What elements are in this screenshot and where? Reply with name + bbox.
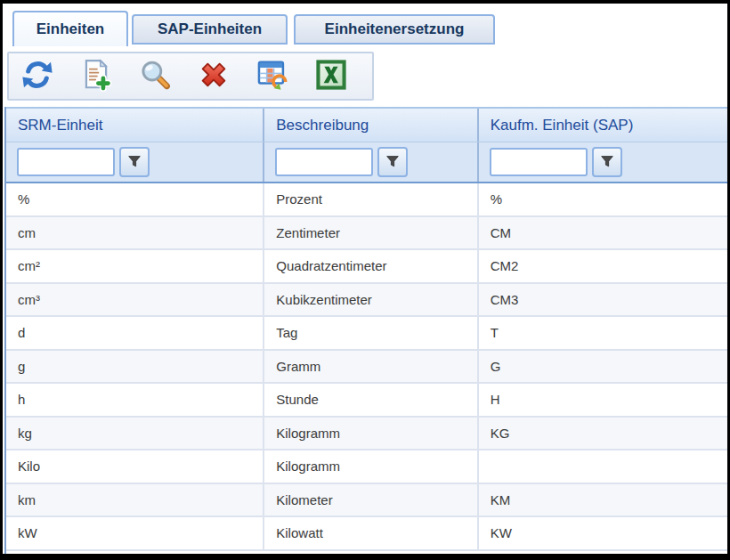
- filter-cell: [264, 142, 478, 182]
- table-row[interactable]: cm³KubikzentimeterCM3: [6, 284, 727, 318]
- table-cell: kW: [6, 517, 264, 549]
- table-row[interactable]: %Prozent%: [6, 183, 727, 217]
- filter-input-beschreibung[interactable]: [275, 148, 373, 176]
- table-cell: d: [6, 317, 264, 349]
- filter-cell: [6, 142, 264, 182]
- delete-button[interactable]: [194, 57, 233, 96]
- export-excel-button[interactable]: [312, 57, 351, 96]
- tab-label: SAP-Einheiten: [158, 20, 262, 38]
- excel-icon: [314, 58, 348, 94]
- tab-label: Einheitenersetzung: [325, 20, 465, 38]
- table-row[interactable]: dTagT: [6, 317, 727, 351]
- table-body: %Prozent%cmZentimeterCMcm²Quadratzentime…: [6, 183, 727, 551]
- table-cell: Prozent: [264, 183, 478, 215]
- table-cell: Gramm: [264, 351, 478, 383]
- table-row[interactable]: hStundeH: [6, 384, 727, 418]
- table-row[interactable]: gGrammG: [6, 351, 727, 385]
- column-header-kaufm-einheit[interactable]: Kaufm. Einheit (SAP): [479, 109, 727, 142]
- table-cell: %: [6, 183, 264, 215]
- tab-label: Einheiten: [36, 20, 105, 38]
- filter-cell: [479, 142, 727, 182]
- table-cell: [479, 450, 727, 483]
- table-row[interactable]: kmKilometerKM: [6, 484, 727, 518]
- table-row[interactable]: kgKilogrammKG: [6, 418, 727, 451]
- filter-button-srm-einheit[interactable]: [119, 147, 150, 177]
- window-content: Einheiten SAP-Einheiten Einheitenersetzu…: [3, 4, 727, 554]
- table-cell: KG: [479, 418, 727, 450]
- toolbar: [7, 52, 374, 101]
- table-cell: km: [6, 484, 264, 516]
- filter-input-kaufm-einheit[interactable]: [490, 148, 588, 176]
- table-row[interactable]: cmZentimeterCM: [6, 217, 727, 251]
- tab-einheitenersetzung[interactable]: Einheitenersetzung: [294, 14, 495, 45]
- table-cell: cm³: [6, 284, 264, 316]
- tab-sap-einheiten[interactable]: SAP-Einheiten: [132, 14, 288, 45]
- filter-button-kaufm-einheit[interactable]: [592, 147, 622, 177]
- filter-row: [6, 142, 727, 183]
- column-header-beschreibung[interactable]: Beschreibung: [264, 109, 478, 142]
- new-entry-button[interactable]: [77, 57, 116, 96]
- table-cell: Kilometer: [264, 484, 478, 516]
- table-cell: H: [479, 384, 727, 416]
- funnel-icon: [126, 153, 142, 172]
- table-cell: Kilogramm: [264, 418, 478, 450]
- table-export-icon: [256, 58, 289, 94]
- delete-x-icon: [197, 58, 231, 94]
- units-table: SRM-Einheit Beschreibung Kaufm. Einheit …: [4, 107, 727, 554]
- table-cell: T: [479, 317, 727, 349]
- funnel-icon: [385, 153, 401, 172]
- table-cell: Kilowatt: [264, 517, 478, 549]
- column-header-srm-einheit[interactable]: SRM-Einheit: [6, 109, 264, 142]
- table-cell: Stunde: [264, 384, 478, 416]
- export-table-button[interactable]: [253, 57, 292, 96]
- table-cell: kg: [6, 418, 264, 450]
- table-cell: G: [479, 351, 727, 383]
- filter-input-srm-einheit[interactable]: [17, 148, 115, 176]
- table-cell: KM: [479, 484, 727, 516]
- filter-button-beschreibung[interactable]: [377, 147, 408, 177]
- search-icon: [138, 58, 172, 94]
- tab-einheiten[interactable]: Einheiten: [12, 11, 128, 46]
- table-row[interactable]: kWKilowattKW: [6, 517, 727, 551]
- table-cell: CM: [479, 217, 727, 249]
- einheiten-window: Einheiten SAP-Einheiten Einheitenersetzu…: [0, 0, 730, 560]
- table-row[interactable]: cm²QuadratzentimeterCM2: [6, 250, 727, 284]
- refresh-icon: [20, 58, 54, 94]
- table-row[interactable]: KiloKilogramm: [6, 450, 727, 484]
- table-cell: Kilo: [6, 450, 264, 483]
- table-cell: g: [6, 351, 264, 383]
- table-cell: Quadratzentimeter: [264, 250, 478, 282]
- table-cell: Kilogramm: [264, 450, 478, 483]
- search-button[interactable]: [135, 57, 174, 96]
- table-cell: %: [479, 183, 727, 215]
- funnel-icon: [599, 153, 615, 172]
- refresh-button[interactable]: [18, 57, 57, 96]
- table-cell: CM3: [479, 284, 727, 316]
- table-cell: cm: [6, 217, 264, 249]
- table-cell: cm²: [6, 250, 264, 282]
- table-cell: Tag: [264, 317, 478, 349]
- table-cell: CM2: [479, 250, 727, 282]
- table-header-row: SRM-Einheit Beschreibung Kaufm. Einheit …: [6, 107, 727, 142]
- new-document-icon: [79, 58, 113, 94]
- table-cell: KW: [479, 517, 727, 549]
- table-cell: Zentimeter: [264, 217, 478, 249]
- table-cell: Kubikzentimeter: [264, 284, 478, 316]
- table-cell: h: [6, 384, 264, 416]
